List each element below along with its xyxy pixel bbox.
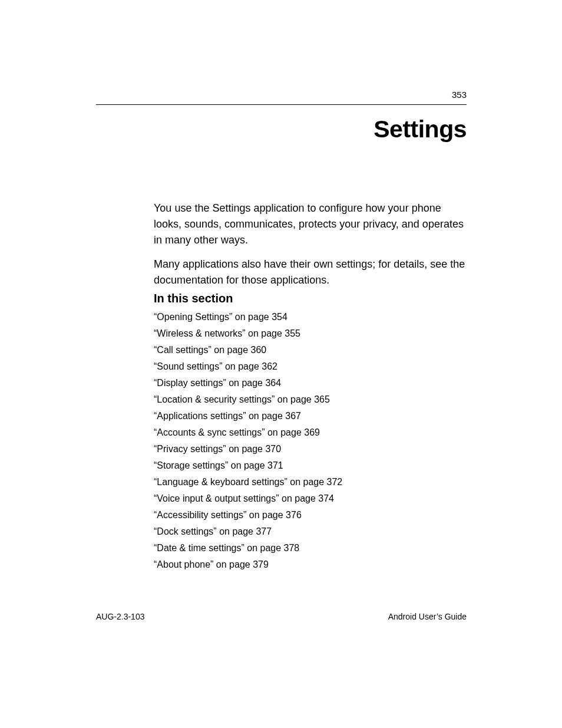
paragraph: You use the Settings application to conf… <box>154 200 467 248</box>
toc-entry[interactable]: “Sound settings” on page 362 <box>154 358 467 375</box>
toc-entry[interactable]: “Privacy settings” on page 370 <box>154 441 467 457</box>
toc-entry[interactable]: “Call settings” on page 360 <box>154 342 467 358</box>
header-rule <box>96 104 467 105</box>
toc-entry[interactable]: “Accounts & sync settings” on page 369 <box>154 424 467 441</box>
toc-entry[interactable]: “About phone” on page 379 <box>154 556 467 573</box>
chapter-title: Settings <box>373 116 467 143</box>
toc-list: “Opening Settings” on page 354 “Wireless… <box>154 309 467 573</box>
toc-entry[interactable]: “Storage settings” on page 371 <box>154 457 467 474</box>
toc-entry[interactable]: “Dock settings” on page 377 <box>154 523 467 540</box>
body-text: You use the Settings application to conf… <box>154 200 467 297</box>
toc-entry[interactable]: “Display settings” on page 364 <box>154 375 467 391</box>
section-heading: In this section <box>154 292 233 305</box>
toc-entry[interactable]: “Opening Settings” on page 354 <box>154 309 467 325</box>
toc-entry[interactable]: “Accessibility settings” on page 376 <box>154 507 467 523</box>
toc-entry[interactable]: “Language & keyboard settings” on page 3… <box>154 474 467 490</box>
footer-right: Android User’s Guide <box>388 612 467 621</box>
paragraph: Many applications also have their own se… <box>154 256 467 288</box>
page-number: 353 <box>452 90 467 100</box>
toc-entry[interactable]: “Voice input & output settings” on page … <box>154 490 467 507</box>
toc-entry[interactable]: “Wireless & networks” on page 355 <box>154 325 467 342</box>
toc-entry[interactable]: “Location & security settings” on page 3… <box>154 391 467 408</box>
footer-left: AUG-2.3-103 <box>96 612 144 621</box>
toc-entry[interactable]: “Applications settings” on page 367 <box>154 408 467 424</box>
toc-entry[interactable]: “Date & time settings” on page 378 <box>154 540 467 556</box>
